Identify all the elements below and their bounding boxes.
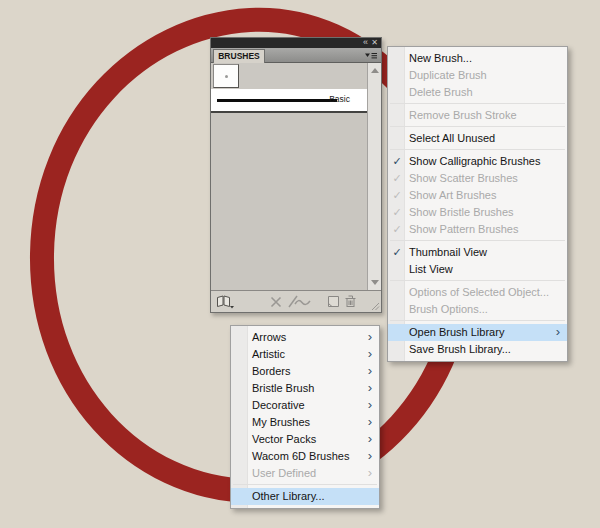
panel-resize-grip[interactable] bbox=[371, 302, 380, 311]
brushes-panel-menu: New Brush... Duplicate Brush Delete Brus… bbox=[387, 46, 568, 362]
menu-item-show-calligraphic-brushes[interactable]: ✓ Show Calligraphic Brushes bbox=[388, 153, 567, 170]
menu-item-label: Remove Brush Stroke bbox=[409, 109, 517, 121]
panel-drag-bar[interactable]: « ✕ bbox=[211, 38, 381, 48]
menu-item-label: Options of Selected Object... bbox=[409, 286, 549, 298]
open-brush-library-submenu: Arrows › Artistic › Borders › Bristle Br… bbox=[230, 325, 380, 509]
menu-item-label: Show Scatter Brushes bbox=[409, 172, 518, 184]
check-icon: ✓ bbox=[390, 204, 404, 221]
menu-item-label: Artistic bbox=[252, 348, 285, 360]
menu-item-select-all-unused[interactable]: Select All Unused bbox=[388, 130, 567, 147]
menu-item-delete-brush[interactable]: Delete Brush bbox=[388, 84, 567, 101]
panel-tab-bar: BRUSHES bbox=[211, 48, 381, 63]
submenu-arrow-icon: › bbox=[368, 380, 372, 396]
menu-item-show-bristle-brushes[interactable]: ✓ Show Bristle Brushes bbox=[388, 204, 567, 221]
submenu-item-artistic[interactable]: Artistic › bbox=[231, 346, 379, 363]
tab-brushes[interactable]: BRUSHES bbox=[213, 49, 265, 63]
menu-item-label: My Brushes bbox=[252, 416, 310, 428]
brushes-panel: « ✕ BRUSHES Basic bbox=[210, 37, 382, 313]
menu-item-show-art-brushes[interactable]: ✓ Show Art Brushes bbox=[388, 187, 567, 204]
brush-row-basic[interactable]: Basic bbox=[211, 89, 367, 111]
submenu-arrow-icon: › bbox=[368, 397, 372, 413]
menu-item-label: Bristle Brush bbox=[252, 382, 314, 394]
submenu-arrow-icon: › bbox=[368, 465, 372, 481]
brush-list: Basic bbox=[211, 63, 381, 290]
calligraphic-dot bbox=[225, 75, 228, 78]
submenu-item-wacom-6d-brushes[interactable]: Wacom 6D Brushes › bbox=[231, 448, 379, 465]
menu-item-label: Delete Brush bbox=[409, 86, 473, 98]
delete-brush-icon[interactable] bbox=[344, 294, 357, 308]
close-panel-icon[interactable]: ✕ bbox=[371, 37, 378, 48]
scrollbar[interactable] bbox=[367, 63, 381, 290]
menu-item-label: Vector Packs bbox=[252, 433, 316, 445]
options-of-selected-object-icon[interactable] bbox=[287, 295, 311, 308]
panel-menu-icon[interactable] bbox=[364, 51, 378, 60]
basic-brush-label: Basic bbox=[329, 94, 350, 104]
scroll-down-icon[interactable] bbox=[371, 280, 379, 285]
menu-item-open-brush-library[interactable]: Open Brush Library › bbox=[388, 324, 567, 341]
submenu-item-my-brushes[interactable]: My Brushes › bbox=[231, 414, 379, 431]
menu-item-brush-options[interactable]: Brush Options... bbox=[388, 301, 567, 318]
brush-libraries-menu-icon[interactable] bbox=[216, 294, 234, 309]
menu-item-label: Wacom 6D Brushes bbox=[252, 450, 349, 462]
menu-item-label: List View bbox=[409, 263, 453, 275]
remove-brush-stroke-icon[interactable] bbox=[270, 296, 282, 308]
list-divider bbox=[211, 111, 367, 113]
submenu-arrow-icon: › bbox=[368, 431, 372, 447]
submenu-item-borders[interactable]: Borders › bbox=[231, 363, 379, 380]
menu-item-label: New Brush... bbox=[409, 52, 472, 64]
submenu-item-bristle-brush[interactable]: Bristle Brush › bbox=[231, 380, 379, 397]
check-icon: ✓ bbox=[390, 244, 404, 261]
brush-list-empty-area bbox=[211, 115, 367, 290]
menu-item-label: Brush Options... bbox=[409, 303, 488, 315]
menu-item-label: Arrows bbox=[252, 331, 286, 343]
submenu-arrow-icon: › bbox=[368, 346, 372, 362]
menu-item-list-view[interactable]: List View bbox=[388, 261, 567, 278]
menu-item-label: Other Library... bbox=[252, 490, 325, 502]
menu-item-options-of-selected-object[interactable]: Options of Selected Object... bbox=[388, 284, 567, 301]
menu-item-label: Borders bbox=[252, 365, 291, 377]
submenu-item-other-library[interactable]: Other Library... bbox=[231, 488, 379, 505]
menu-item-show-pattern-brushes[interactable]: ✓ Show Pattern Brushes bbox=[388, 221, 567, 238]
menu-item-label: Show Art Brushes bbox=[409, 189, 496, 201]
submenu-item-arrows[interactable]: Arrows › bbox=[231, 329, 379, 346]
submenu-arrow-icon: › bbox=[368, 329, 372, 345]
check-icon: ✓ bbox=[390, 187, 404, 204]
calligraphic-brush-thumbnail[interactable] bbox=[213, 64, 239, 88]
basic-brush-stroke-preview bbox=[217, 99, 337, 102]
check-icon: ✓ bbox=[390, 170, 404, 187]
menu-item-label: Duplicate Brush bbox=[409, 69, 487, 81]
menu-item-label: Show Bristle Brushes bbox=[409, 206, 514, 218]
collapse-panel-icon[interactable]: « bbox=[363, 37, 368, 48]
menu-item-save-brush-library[interactable]: Save Brush Library... bbox=[388, 341, 567, 358]
menu-item-show-scatter-brushes[interactable]: ✓ Show Scatter Brushes bbox=[388, 170, 567, 187]
check-icon: ✓ bbox=[390, 221, 404, 238]
menu-item-label: Thumbnail View bbox=[409, 246, 487, 258]
menu-item-new-brush[interactable]: New Brush... bbox=[388, 50, 567, 67]
menu-item-remove-brush-stroke[interactable]: Remove Brush Stroke bbox=[388, 107, 567, 124]
menu-item-label: Show Calligraphic Brushes bbox=[409, 155, 540, 167]
brush-row-calligraphic[interactable] bbox=[211, 63, 367, 89]
submenu-arrow-icon: › bbox=[556, 324, 560, 340]
scroll-up-icon[interactable] bbox=[371, 68, 379, 73]
menu-item-label: Open Brush Library bbox=[409, 326, 504, 338]
submenu-arrow-icon: › bbox=[368, 363, 372, 379]
menu-item-label: Select All Unused bbox=[409, 132, 495, 144]
submenu-item-user-defined[interactable]: User Defined › bbox=[231, 465, 379, 482]
menu-item-label: Decorative bbox=[252, 399, 305, 411]
submenu-arrow-icon: › bbox=[368, 414, 372, 430]
panel-footer bbox=[211, 290, 381, 312]
submenu-arrow-icon: › bbox=[368, 448, 372, 464]
menu-item-thumbnail-view[interactable]: ✓ Thumbnail View bbox=[388, 244, 567, 261]
check-icon: ✓ bbox=[390, 153, 404, 170]
new-brush-icon[interactable] bbox=[326, 295, 340, 308]
menu-item-duplicate-brush[interactable]: Duplicate Brush bbox=[388, 67, 567, 84]
menu-item-label: Show Pattern Brushes bbox=[409, 223, 518, 235]
submenu-item-vector-packs[interactable]: Vector Packs › bbox=[231, 431, 379, 448]
submenu-item-decorative[interactable]: Decorative › bbox=[231, 397, 379, 414]
menu-item-label: User Defined bbox=[252, 467, 316, 479]
menu-item-label: Save Brush Library... bbox=[409, 343, 511, 355]
